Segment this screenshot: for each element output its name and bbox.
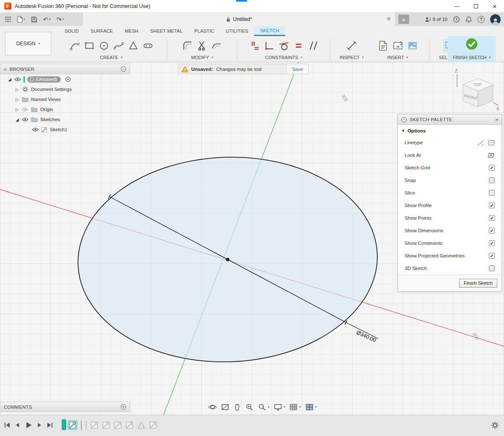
close-button[interactable]: ×: [485, 0, 504, 13]
insert-svg-icon[interactable]: [378, 40, 389, 51]
finish-sketch-button[interactable]: FINISH SKETCH▾: [448, 36, 496, 62]
constraints-menu[interactable]: CONSTRAINTS▾: [265, 55, 302, 60]
redo-button[interactable]: ↷ ▾: [55, 14, 66, 25]
sketch-grid-checkbox[interactable]: [489, 165, 495, 171]
trim-tool-icon[interactable]: [197, 40, 208, 51]
new-tab-button[interactable]: +: [398, 15, 409, 24]
measure-tool-icon[interactable]: [346, 40, 357, 51]
collaborators-button[interactable]: 9 of 10: [425, 16, 447, 23]
insert-canvas-icon[interactable]: [407, 40, 418, 51]
timeline-skip-end-button[interactable]: [46, 421, 54, 429]
horizontal-vertical-constraint-icon[interactable]: [249, 40, 260, 51]
slot-tool-icon[interactable]: [143, 40, 153, 51]
view-cube[interactable]: Z TOP FRONT X: [453, 68, 501, 114]
workspace-selector[interactable]: DESIGN ▾: [5, 32, 51, 55]
construction-linetype-icon[interactable]: [477, 140, 484, 146]
tab-close-icon[interactable]: ✕: [386, 16, 391, 22]
browser-header[interactable]: « BROWSER −: [0, 64, 130, 74]
tangent-constraint-icon[interactable]: [278, 40, 289, 51]
sketch-palette-header[interactable]: − SKETCH PALETTE »: [398, 114, 501, 125]
grid-snap-button[interactable]: ▾: [289, 403, 301, 411]
parallel-constraint-icon[interactable]: [308, 40, 319, 51]
circle-tool-icon[interactable]: [99, 40, 109, 51]
visibility-eye-icon[interactable]: [32, 127, 39, 132]
user-avatar[interactable]: [490, 14, 501, 25]
inspect-menu[interactable]: INSPECT▾: [340, 55, 364, 60]
minimize-button[interactable]: [447, 0, 466, 13]
save-link[interactable]: Save: [286, 64, 308, 74]
rectangle-tool-icon[interactable]: [84, 40, 95, 51]
browser-row-sketches[interactable]: ◢ Sketches: [0, 114, 130, 125]
show-projected-geometries-checkbox[interactable]: [489, 253, 495, 259]
3d-sketch-checkbox[interactable]: [489, 265, 495, 271]
document-tab[interactable]: Untitled* ✕: [82, 13, 396, 26]
diameter-dimension-label[interactable]: Ø340.00: [356, 329, 377, 343]
browser-row-named-views[interactable]: ▷ Named Views: [0, 94, 130, 104]
timeline-feature[interactable]: [125, 421, 134, 429]
timeline-feature[interactable]: [137, 421, 145, 429]
insert-decal-icon[interactable]: [392, 40, 403, 51]
undo-button[interactable]: ↶ ▾: [41, 14, 53, 25]
create-menu[interactable]: CREATE▾: [100, 55, 122, 60]
line-tool-icon[interactable]: [69, 40, 80, 51]
tab-mesh[interactable]: MESH: [119, 26, 144, 36]
modify-menu[interactable]: MODIFY▾: [191, 55, 213, 60]
visibility-hidden-eye-icon[interactable]: [22, 107, 29, 112]
offset-tool-icon[interactable]: [211, 40, 222, 51]
insert-menu[interactable]: INSERT▾: [387, 55, 408, 60]
show-dimensions-checkbox[interactable]: [489, 228, 495, 234]
look-at-button[interactable]: [221, 403, 229, 411]
help-button[interactable]: ?: [478, 16, 485, 23]
activate-target-icon[interactable]: [65, 76, 71, 82]
show-points-checkbox[interactable]: [489, 215, 495, 221]
collapse-left-icon[interactable]: «: [4, 66, 7, 72]
equal-constraint-icon[interactable]: [293, 40, 304, 51]
tab-solid[interactable]: SOLID: [59, 26, 85, 36]
add-comment-icon[interactable]: +: [121, 404, 126, 410]
timeline-feature[interactable]: [90, 421, 99, 429]
options-section-header[interactable]: ▼ Options: [398, 125, 501, 136]
comments-header[interactable]: COMMENTS +: [0, 402, 130, 412]
palette-collapse-icon[interactable]: −: [401, 117, 407, 122]
maximize-button[interactable]: [466, 0, 485, 13]
show-constraints-checkbox[interactable]: [489, 240, 495, 246]
expanded-triangle-icon[interactable]: ◢: [8, 77, 12, 82]
collapsed-triangle-icon[interactable]: ▷: [15, 107, 19, 112]
timeline-position-marker[interactable]: [62, 419, 66, 430]
timeline-feature[interactable]: [102, 421, 110, 429]
expanded-triangle-icon[interactable]: ◢: [15, 117, 19, 122]
timeline-feature-sketch1[interactable]: [68, 420, 77, 430]
slice-checkbox[interactable]: [489, 190, 495, 196]
orbit-button[interactable]: [208, 403, 217, 411]
job-status-button[interactable]: [453, 16, 460, 23]
browser-row-sketch1[interactable]: Sketch1: [0, 125, 130, 135]
timeline-settings-button[interactable]: [491, 421, 499, 429]
display-settings-button[interactable]: ▾: [274, 403, 286, 411]
collapsed-triangle-icon[interactable]: ▷: [15, 87, 19, 92]
fillet-tool-icon[interactable]: [182, 40, 193, 51]
timeline-feature[interactable]: [114, 421, 122, 429]
centerline-linetype-icon[interactable]: [488, 140, 495, 146]
file-menu-button[interactable]: ▾: [15, 14, 27, 25]
notifications-button[interactable]: [465, 16, 472, 23]
timeline-step-back-button[interactable]: [14, 421, 21, 429]
snap-checkbox[interactable]: [489, 177, 495, 183]
timeline-skip-start-button[interactable]: [3, 421, 11, 429]
save-button[interactable]: [29, 14, 39, 25]
zoom-fit-button[interactable]: [245, 403, 254, 411]
tab-surface[interactable]: SURFACE: [85, 26, 119, 36]
show-profile-checkbox[interactable]: [489, 202, 495, 208]
pan-button[interactable]: [234, 403, 241, 411]
timeline-play-button[interactable]: [24, 421, 33, 429]
collapsed-triangle-icon[interactable]: ▷: [15, 97, 19, 102]
visibility-eye-icon[interactable]: [14, 77, 21, 81]
browser-collapse-icon[interactable]: −: [121, 66, 126, 72]
coincident-constraint-icon[interactable]: [264, 40, 275, 51]
document-node[interactable]: (Unsaved): [27, 76, 61, 83]
tab-plastic[interactable]: PLASTIC: [189, 26, 220, 36]
browser-row-document[interactable]: ◢ (Unsaved): [0, 74, 130, 84]
viewport-canvas[interactable]: 300 300 Ø340.00 « BROWSER − ◢ (Unsaved): [0, 62, 504, 415]
visibility-eye-icon[interactable]: [22, 117, 29, 122]
spline-tool-icon[interactable]: [113, 40, 124, 51]
finish-sketch-palette-button[interactable]: Finish Sketch: [459, 279, 497, 288]
